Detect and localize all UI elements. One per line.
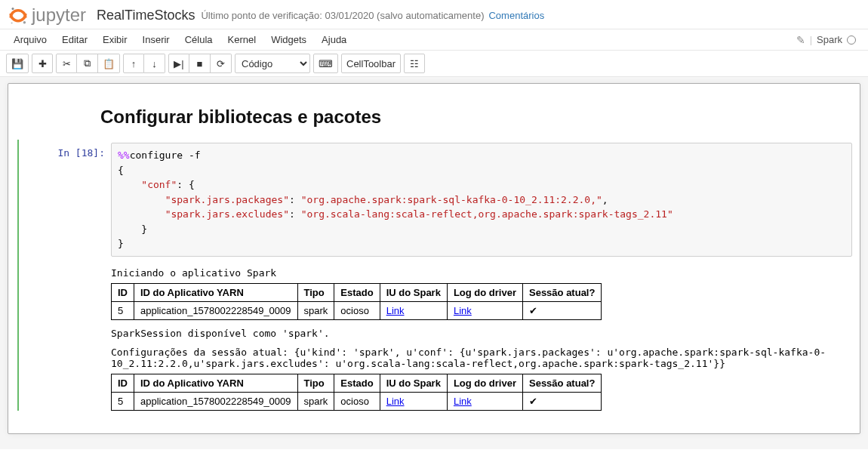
input-prompt: In [18]: <box>26 143 111 257</box>
notebook: Configurar bibliotecas e pacotes In [18]… <box>8 83 860 434</box>
restart-icon: ⟳ <box>217 58 225 69</box>
arrow-up-icon: ↑ <box>131 58 137 69</box>
stop-button[interactable]: ■ <box>189 54 211 73</box>
toggle-button[interactable]: ☷ <box>404 54 425 73</box>
copy-icon: ⧉ <box>84 57 91 69</box>
code-token: configure -f <box>130 149 201 161</box>
menu-exibir[interactable]: Exibir <box>95 29 135 50</box>
toggle-icon: ☷ <box>410 58 419 69</box>
th-state: Estado <box>334 374 380 392</box>
code-token <box>118 179 141 190</box>
copy-button[interactable]: ⧉ <box>77 54 98 73</box>
move-group: ↑ ↓ <box>123 54 165 73</box>
td-yarn-app-id: application_1578002228549_0009 <box>134 392 298 410</box>
td-id: 5 <box>112 301 134 319</box>
td-current: ✔ <box>522 301 601 319</box>
keyboard-icon: ⌨ <box>319 58 333 69</box>
th-current-session: Sessão atual? <box>522 283 601 301</box>
comments-link[interactable]: Comentários <box>488 10 544 21</box>
code-token: %% <box>118 149 130 161</box>
paste-icon: 📋 <box>103 58 115 69</box>
spark-ui-link[interactable]: Link <box>386 396 405 407</box>
code-token: : { <box>177 179 194 190</box>
td-type: spark <box>297 392 334 410</box>
celltoolbar-button[interactable]: CellToolbar <box>341 54 401 73</box>
th-current-session: Sessão atual? <box>522 374 601 392</box>
th-type: Tipo <box>297 283 334 301</box>
th-spark-ui: IU do Spark <box>380 374 447 392</box>
kernel-name[interactable]: Spark <box>817 34 842 45</box>
restart-button[interactable]: ⟳ <box>211 54 232 73</box>
cell-type-select[interactable]: Código <box>235 54 310 73</box>
menu-kernel[interactable]: Kernel <box>220 29 264 50</box>
jupyter-icon <box>8 5 29 26</box>
code-token: "spark.jars.excludes" <box>165 208 289 220</box>
menubar: Arquivo Editar Exibir Inserir Célula Ker… <box>0 29 868 51</box>
cut-icon: ✂ <box>63 58 71 69</box>
code-input[interactable]: %%configure -f { "conf": { "spark.jars.p… <box>111 143 852 257</box>
move-up-button[interactable]: ↑ <box>123 54 144 73</box>
spark-status-table: ID ID do Aplicativo YARN Tipo Estado IU … <box>111 374 602 411</box>
menu-inserir[interactable]: Inserir <box>135 29 177 50</box>
td-driver-log: Link <box>447 392 522 410</box>
menu-celula[interactable]: Célula <box>177 29 220 50</box>
cut-button[interactable]: ✂ <box>56 54 77 73</box>
run-button[interactable]: ▶| <box>168 54 189 73</box>
output-text: Configurações da sessão atual: {u'kind':… <box>111 347 851 369</box>
table-header-row: ID ID do Aplicativo YARN Tipo Estado IU … <box>112 374 602 392</box>
notebook-name[interactable]: RealTimeStocks <box>97 8 195 23</box>
edit-group: ✂ ⧉ 📋 <box>56 54 120 73</box>
spark-ui-link[interactable]: Link <box>386 305 405 316</box>
paste-button[interactable]: 📋 <box>98 54 120 73</box>
checkpoint-status: Último ponto de verificação: 03/01/2020 … <box>201 10 484 21</box>
code-token: "org.scala-lang:scala-reflect,org.apache… <box>301 208 673 220</box>
code-token <box>118 223 141 235</box>
td-state: ocioso <box>334 392 380 410</box>
plus-icon: ✚ <box>38 58 47 69</box>
selected-cell-indicator: In [18]: %%configure -f { "conf": { "spa… <box>17 140 860 411</box>
table-row: 5 application_1578002228549_0009 spark o… <box>112 392 602 410</box>
code-token: } <box>141 223 147 235</box>
driver-log-link[interactable]: Link <box>454 396 472 407</box>
menu-ajuda[interactable]: Ajuda <box>314 29 354 50</box>
td-spark-ui: Link <box>380 392 447 410</box>
edit-icon[interactable]: ✎ <box>796 34 805 46</box>
th-id: ID <box>112 283 134 301</box>
markdown-cell[interactable]: Configurar bibliotecas e pacotes <box>8 88 860 140</box>
code-token: : <box>289 208 301 220</box>
move-down-button[interactable]: ↓ <box>144 54 165 73</box>
run-group: ▶| ■ ⟳ <box>168 54 232 73</box>
save-button[interactable]: 💾 <box>6 54 29 73</box>
table-row: 5 application_1578002228549_0009 spark o… <box>112 301 602 319</box>
jupyter-logo[interactable]: jupyter <box>8 5 86 26</box>
command-palette-button[interactable]: ⌨ <box>313 54 338 73</box>
td-current: ✔ <box>522 392 601 410</box>
menu-editar[interactable]: Editar <box>54 29 95 50</box>
code-token: : <box>289 194 301 205</box>
code-token <box>118 194 165 205</box>
table-header-row: ID ID do Aplicativo YARN Tipo Estado IU … <box>112 283 602 301</box>
driver-log-link[interactable]: Link <box>454 305 472 316</box>
code-token <box>118 208 165 220</box>
code-token: } <box>118 238 124 249</box>
menu-widgets[interactable]: Widgets <box>263 29 314 50</box>
td-id: 5 <box>112 392 134 410</box>
menu-arquivo[interactable]: Arquivo <box>6 29 54 50</box>
save-icon: 💾 <box>11 58 23 69</box>
code-cell[interactable]: In [18]: %%configure -f { "conf": { "spa… <box>19 140 860 260</box>
th-id: ID <box>112 374 134 392</box>
stop-icon: ■ <box>197 58 203 69</box>
td-type: spark <box>297 301 334 319</box>
output-area: Iniciando o aplicativo Spark ID ID do Ap… <box>19 267 860 411</box>
code-token: , <box>602 194 608 205</box>
output-text: Iniciando o aplicativo Spark <box>111 267 851 279</box>
code-token: "org.apache.spark:spark-sql-kafka-0-10_2… <box>301 194 602 205</box>
th-type: Tipo <box>297 374 334 392</box>
th-driver-log: Log do driver <box>447 283 522 301</box>
svg-point-1 <box>23 21 26 24</box>
toolbar: 💾 ✚ ✂ ⧉ 📋 ↑ ↓ ▶| ■ ⟳ Código ⌨ CellToolba… <box>0 51 868 77</box>
code-token: "conf" <box>141 179 177 190</box>
insert-cell-button[interactable]: ✚ <box>32 54 53 73</box>
th-spark-ui: IU do Spark <box>380 283 447 301</box>
output-text: SparkSession disponível como 'spark'. <box>111 328 851 339</box>
